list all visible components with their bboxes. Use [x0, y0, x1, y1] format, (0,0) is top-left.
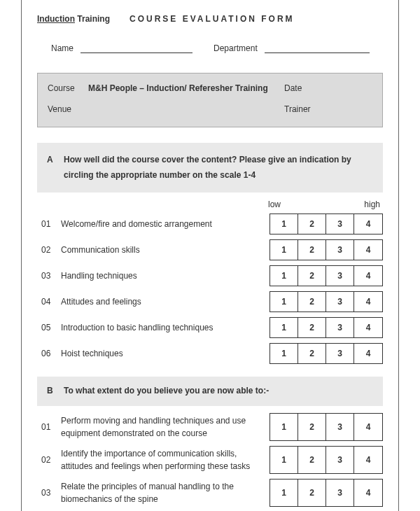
rating-scale: 1234 — [270, 446, 383, 474]
section-a-letter: A — [47, 153, 64, 183]
section-b-header: B To what extent do you believe you are … — [37, 377, 383, 406]
rating-cell-3[interactable]: 3 — [326, 292, 354, 312]
department-group: Department — [214, 43, 370, 53]
rating-cell-3[interactable]: 3 — [326, 240, 354, 260]
section-a-text: How well did the course cover the conten… — [64, 153, 373, 183]
rating-cell-4[interactable]: 4 — [354, 447, 382, 473]
brand-label: Induction Training — [37, 14, 110, 24]
rating-cell-2[interactable]: 2 — [298, 266, 326, 286]
trainer-label: Trainer — [284, 104, 319, 114]
scale-header: low high — [37, 200, 383, 209]
item-text: Communication skills — [61, 244, 270, 256]
rating-cell-3[interactable]: 3 — [326, 479, 354, 506]
rating-cell-4[interactable]: 4 — [354, 266, 382, 286]
rating-cell-1[interactable]: 1 — [270, 479, 298, 506]
venue-value — [88, 104, 284, 114]
induction-word: Induction — [37, 14, 75, 24]
item-text: Hoist techniques — [61, 347, 270, 360]
item-number: 02 — [37, 455, 61, 465]
item-number: 06 — [37, 349, 61, 358]
item-number: 01 — [37, 422, 61, 432]
rating-cell-3[interactable]: 3 — [326, 414, 354, 440]
rating-cell-2[interactable]: 2 — [298, 292, 326, 312]
rating-cell-3[interactable]: 3 — [326, 344, 354, 363]
item-row: 01Perform moving and handling techniques… — [37, 413, 383, 441]
rating-cell-4[interactable]: 4 — [354, 318, 382, 337]
rating-cell-1[interactable]: 1 — [270, 292, 298, 312]
item-text: Perform moving and handling techniques a… — [61, 414, 270, 440]
rating-scale: 1234 — [270, 265, 383, 286]
rating-cell-1[interactable]: 1 — [270, 214, 298, 234]
item-text: Handling techniques — [61, 270, 270, 282]
item-row: 04Attitudes and feelings1234 — [37, 291, 383, 312]
rating-cell-1[interactable]: 1 — [270, 344, 298, 363]
header-row: Induction Training COURSE EVALUATION FOR… — [37, 14, 383, 24]
course-label: Course — [48, 83, 88, 93]
course-info-block: Course M&H People – Induction/ Refereshe… — [37, 73, 383, 127]
rating-cell-2[interactable]: 2 — [298, 240, 326, 260]
rating-cell-3[interactable]: 3 — [326, 214, 354, 234]
item-text: Introduction to basic handling technique… — [61, 321, 270, 334]
rating-cell-1[interactable]: 1 — [270, 414, 298, 440]
page-container: Induction Training COURSE EVALUATION FOR… — [21, 0, 399, 511]
name-department-row: Name Department — [51, 43, 383, 53]
department-label: Department — [214, 43, 258, 53]
section-a-header: A How well did the course cover the cont… — [37, 143, 383, 192]
department-input-line[interactable] — [265, 43, 370, 53]
item-number: 05 — [37, 323, 61, 332]
rating-cell-4[interactable]: 4 — [354, 414, 382, 440]
training-word: Training — [77, 14, 110, 24]
item-row: 06Hoist techniques1234 — [37, 343, 383, 364]
name-group: Name — [51, 43, 192, 53]
item-number: 03 — [37, 488, 61, 498]
rating-cell-2[interactable]: 2 — [298, 318, 326, 337]
rating-cell-2[interactable]: 2 — [298, 414, 326, 440]
rating-cell-4[interactable]: 4 — [354, 214, 382, 234]
item-row: 02Communication skills1234 — [37, 239, 383, 260]
rating-cell-4[interactable]: 4 — [354, 292, 382, 312]
rating-cell-3[interactable]: 3 — [326, 318, 354, 337]
item-row: 03Handling techniques1234 — [37, 265, 383, 286]
section-b-items: 01Perform moving and handling techniques… — [37, 413, 383, 507]
item-number: 04 — [37, 297, 61, 307]
rating-scale: 1234 — [270, 343, 383, 364]
name-label: Name — [51, 43, 74, 53]
venue-row: Venue Trainer — [48, 104, 372, 114]
date-label: Date — [284, 83, 319, 93]
scale-low: low — [268, 200, 281, 209]
rating-scale: 1234 — [270, 479, 383, 507]
rating-cell-4[interactable]: 4 — [354, 479, 382, 506]
venue-label: Venue — [48, 104, 88, 114]
rating-cell-2[interactable]: 2 — [298, 479, 326, 506]
rating-scale: 1234 — [270, 413, 383, 441]
rating-cell-2[interactable]: 2 — [298, 344, 326, 363]
item-text: Attitudes and feelings — [61, 295, 270, 308]
rating-cell-3[interactable]: 3 — [326, 266, 354, 286]
rating-scale: 1234 — [270, 291, 383, 312]
rating-scale: 1234 — [270, 214, 383, 234]
rating-cell-2[interactable]: 2 — [298, 214, 326, 234]
item-number: 02 — [37, 245, 61, 255]
item-number: 01 — [37, 219, 61, 229]
item-number: 03 — [37, 271, 61, 281]
section-a-items: 01Welcome/fire and domestic arrangement1… — [37, 214, 383, 364]
rating-scale: 1234 — [270, 317, 383, 338]
item-row: 03Relate the principles of manual handli… — [37, 479, 383, 507]
course-row: Course M&H People – Induction/ Refereshe… — [48, 83, 372, 93]
item-row: 01Welcome/fire and domestic arrangement1… — [37, 214, 383, 234]
rating-cell-1[interactable]: 1 — [270, 266, 298, 286]
rating-cell-4[interactable]: 4 — [354, 344, 382, 363]
item-text: Identify the importance of communication… — [61, 447, 270, 472]
item-row: 05Introduction to basic handling techniq… — [37, 317, 383, 338]
rating-cell-2[interactable]: 2 — [298, 447, 326, 473]
name-input-line[interactable] — [80, 43, 192, 53]
rating-cell-1[interactable]: 1 — [270, 318, 298, 337]
rating-cell-4[interactable]: 4 — [354, 240, 382, 260]
rating-cell-3[interactable]: 3 — [326, 447, 354, 473]
course-value: M&H People – Induction/ Referesher Train… — [88, 83, 284, 93]
rating-cell-1[interactable]: 1 — [270, 447, 298, 473]
rating-cell-1[interactable]: 1 — [270, 240, 298, 260]
form-title: COURSE EVALUATION FORM — [130, 14, 295, 24]
scale-high: high — [364, 200, 380, 209]
item-row: 02Identify the importance of communicati… — [37, 446, 383, 474]
